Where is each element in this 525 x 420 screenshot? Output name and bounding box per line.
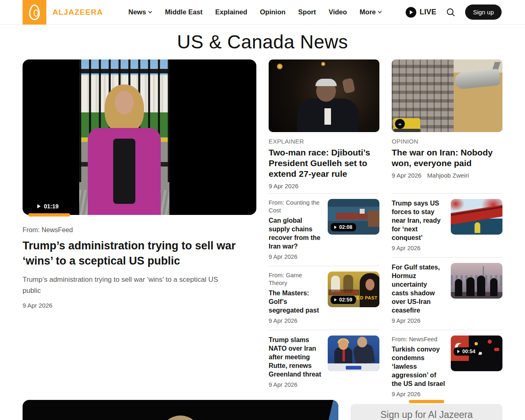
item-date: 9 Apr 2026: [269, 381, 322, 388]
featured-headline[interactable]: Trump’s administration trying to sell wa…: [23, 238, 256, 269]
item-headline[interactable]: Trump slams NATO over Iran after meeting…: [269, 336, 322, 379]
video-progress-bar: [28, 213, 70, 217]
item-from-label: From: NewsFeed: [392, 336, 445, 343]
item-date: 9 Apr 2026: [269, 317, 322, 324]
article-list-item[interactable]: For Gulf states, Hormuz uncertainty cast…: [392, 257, 502, 330]
nav-item-opinion[interactable]: Opinion: [260, 8, 285, 16]
live-button[interactable]: LIVE: [406, 7, 436, 18]
item-headline[interactable]: The Masters: Golf’s segregated past: [269, 289, 322, 315]
video-duration-badge: 01:19: [32, 201, 64, 212]
nav-item-video[interactable]: Video: [329, 8, 347, 16]
chevron-down-icon: [378, 11, 382, 14]
brand-text: ALJAZEERA: [52, 8, 103, 17]
convoy-video-thumbnail: 00:54: [451, 336, 502, 371]
trump-rutte-thumbnail: [328, 336, 379, 371]
aljazeera-logo-icon: [23, 0, 46, 25]
main-nav: News Middle East Explained Opinion Sport…: [128, 8, 382, 16]
nav-item-sport[interactable]: Sport: [298, 8, 316, 16]
play-icon: [406, 7, 416, 18]
featured-excerpt: Trump’s administration trying to sell wa…: [23, 274, 238, 296]
signup-title: Sign up for Al Jazeera: [380, 409, 472, 420]
header-controls: LIVE Sign up: [406, 5, 502, 20]
nav-item-middle-east[interactable]: Middle East: [165, 8, 203, 16]
carrier-illustration-thumbnail: [451, 199, 502, 235]
column-3: “ OPINION The war on Iran: Nobody won, e…: [392, 59, 502, 403]
video-duration-badge: 02:59: [331, 296, 356, 304]
kicker-explainer: EXPLAINER: [269, 138, 379, 145]
article-list-item[interactable]: From: Counting the Cost Can global suppl…: [269, 193, 379, 266]
opinion-author: Mahjoob Zweiri: [427, 172, 469, 179]
item-headline[interactable]: For Gulf states, Hormuz uncertainty cast…: [392, 263, 445, 315]
item-headline[interactable]: Trump says US forces to stay near Iran, …: [392, 199, 445, 242]
featured-article-card[interactable]: 01:19 From: NewsFeed Trump’s administrat…: [23, 59, 256, 403]
nav-item-explained[interactable]: Explained: [215, 8, 247, 16]
featured-video-thumbnail[interactable]: 01:19: [23, 59, 256, 215]
item-date: 9 Apr 2026: [392, 317, 445, 324]
item-date: 9 Apr 2026: [392, 245, 445, 251]
item-from-label: From: Game Theory: [269, 272, 322, 287]
opinion-date: 9 Apr 2026: [392, 172, 422, 179]
site-header: ALJAZEERA News Middle East Explained Opi…: [0, 0, 525, 25]
tanker-video-thumbnail: 02:08: [328, 199, 379, 235]
item-headline[interactable]: Turkish convoy condemns ‘lawless aggress…: [392, 345, 445, 388]
video-duration-badge: 02:08: [331, 223, 356, 231]
bottom-section: Sign up for Al Jazeera: [23, 400, 502, 420]
explainer-date: 9 Apr 2026: [269, 183, 299, 189]
aljazeera-logo[interactable]: ALJAZEERA: [23, 0, 103, 25]
masters-video-thumbnail: E MASTERS ATED PAST 02:59: [328, 272, 379, 307]
news-grid: 01:19 From: NewsFeed Trump’s administrat…: [23, 59, 502, 403]
explainer-headline[interactable]: Two-man race: Djibouti’s President Guell…: [269, 147, 379, 179]
article-list-item[interactable]: From: Game Theory The Masters: Golf’s se…: [269, 266, 379, 330]
opinion-article-card[interactable]: “ OPINION The war on Iran: Nobody won, e…: [392, 59, 502, 193]
djibouti-article-image: [269, 59, 379, 132]
signup-box: Sign up for Al Jazeera: [351, 404, 502, 420]
gulf-skyline-thumbnail: [451, 263, 502, 299]
thumb-overlay-text: E MASTERS: [329, 290, 359, 295]
article-list-item[interactable]: From: NewsFeed Turkish convoy condemns ‘…: [392, 330, 502, 403]
bottom-video-thumbnail[interactable]: [23, 400, 338, 420]
play-icon: [37, 204, 41, 208]
play-icon: [334, 226, 337, 229]
quote-icon: “: [395, 119, 405, 129]
column-2: EXPLAINER Two-man race: Djibouti’s Presi…: [269, 59, 379, 403]
article-list-item[interactable]: Trump says US forces to stay near Iran, …: [392, 193, 502, 257]
newsletter-signup-panel[interactable]: Sign up for Al Jazeera: [351, 400, 502, 420]
opinion-headline[interactable]: The war on Iran: Nobody won, everyone pa…: [392, 147, 502, 169]
item-date: 9 Apr 2026: [392, 391, 445, 397]
nav-item-news[interactable]: News: [128, 8, 152, 16]
kicker-opinion: OPINION: [392, 138, 502, 145]
signup-button[interactable]: Sign up: [465, 5, 502, 20]
page-title: US & Canada News: [0, 31, 525, 53]
explainer-article-card[interactable]: EXPLAINER Two-man race: Djibouti’s Presi…: [269, 59, 379, 193]
signup-accent-bar: [409, 400, 444, 403]
featured-date: 9 Apr 2026: [23, 302, 256, 309]
chevron-down-icon: [148, 11, 152, 14]
article-list-item[interactable]: Trump slams NATO over Iran after meeting…: [269, 330, 379, 394]
featured-image: [79, 59, 169, 215]
live-label: LIVE: [420, 8, 436, 16]
item-headline[interactable]: Can global supply chains recover from th…: [269, 216, 322, 251]
play-icon: [457, 350, 460, 353]
item-from-label: From: Counting the Cost: [269, 199, 322, 215]
item-date: 9 Apr 2026: [269, 253, 322, 260]
video-duration-badge: 00:54: [454, 347, 479, 356]
search-icon[interactable]: [445, 7, 456, 18]
play-icon: [334, 298, 337, 301]
nav-item-more[interactable]: More: [360, 8, 382, 16]
opinion-article-image: “: [392, 59, 502, 132]
featured-from-label: From: NewsFeed: [23, 226, 256, 234]
